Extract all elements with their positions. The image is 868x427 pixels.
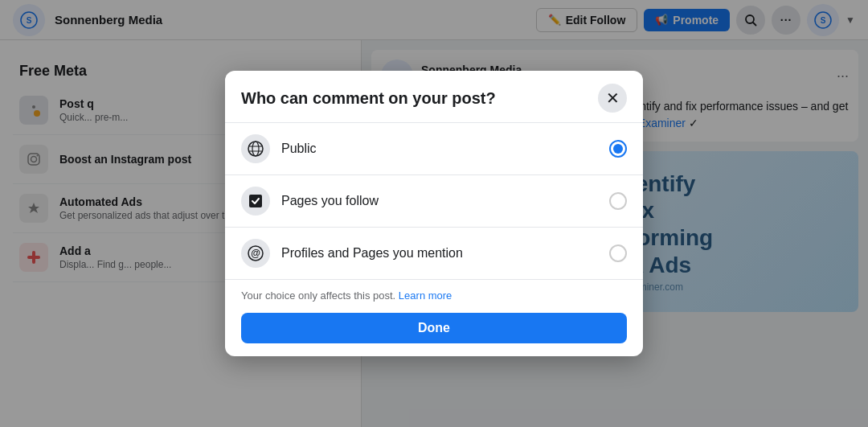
profiles-pages-icon: @ [241, 239, 270, 268]
svg-text:@: @ [251, 248, 260, 259]
modal-header: Who can comment on your post? ✕ [225, 71, 643, 123]
option-profiles-pages[interactable]: @ Profiles and Pages you mention [225, 228, 643, 279]
modal-body: Public Pages you follow [225, 123, 643, 279]
modal-dialog: Who can comment on your post? ✕ Public [225, 71, 643, 356]
close-icon: ✕ [606, 90, 620, 106]
svg-point-17 [252, 142, 259, 156]
option-pages-you-follow[interactable]: Pages you follow [225, 175, 643, 228]
svg-point-16 [248, 142, 263, 156]
public-icon [241, 134, 270, 163]
done-button[interactable]: Done [241, 313, 627, 343]
footer-note: Your choice only affects this post. Lear… [241, 289, 627, 302]
option-public[interactable]: Public [225, 123, 643, 175]
modal-overlay: Who can comment on your post? ✕ Public [0, 0, 868, 427]
public-label: Public [281, 142, 598, 156]
modal-footer: Your choice only affects this post. Lear… [225, 279, 643, 356]
pages-follow-label: Pages you follow [281, 194, 598, 208]
pages-follow-radio[interactable] [609, 192, 627, 210]
svg-rect-20 [249, 195, 262, 207]
radio-selected-dot [613, 144, 623, 154]
public-radio[interactable] [609, 140, 627, 158]
modal-close-button[interactable]: ✕ [598, 84, 627, 113]
profiles-pages-radio[interactable] [609, 244, 627, 262]
modal-title: Who can comment on your post? [241, 89, 496, 108]
learn-more-link[interactable]: Learn more [399, 289, 452, 302]
pages-follow-icon [241, 187, 270, 216]
profiles-pages-label: Profiles and Pages you mention [281, 246, 598, 261]
